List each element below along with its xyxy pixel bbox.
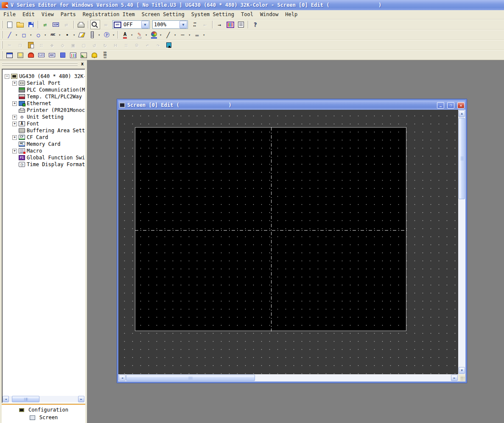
scroll-left-icon[interactable]: ◄ bbox=[119, 375, 126, 381]
menu-item[interactable]: File bbox=[0, 10, 19, 19]
dropdown-arrow-icon[interactable]: ▾ bbox=[30, 33, 32, 37]
zoom-combo-dropdown[interactable]: ▼ bbox=[179, 21, 187, 28]
horizontal-scrollbar[interactable]: ◄ ► bbox=[118, 374, 458, 381]
palette-button[interactable]: ▾ bbox=[149, 30, 162, 39]
paste-button[interactable]: ▾ bbox=[26, 40, 36, 50]
tree-expander-icon[interactable]: + bbox=[12, 115, 17, 120]
tree-node-ug430[interactable]: − UG430 (640 * 480) 32K- bbox=[2, 73, 85, 80]
text-color-button[interactable]: A ▾ bbox=[120, 30, 134, 39]
switch-part-button[interactable]: ▾ bbox=[5, 50, 14, 60]
zoom-level-combo[interactable]: 100% ▼ bbox=[152, 20, 188, 29]
tree-horizontal-scrollbar[interactable]: ◄ ► bbox=[3, 396, 84, 402]
copy-button[interactable]: ❐ ▾ bbox=[15, 40, 25, 50]
tree-expander-icon[interactable]: + bbox=[12, 81, 17, 86]
tree-expander-icon[interactable]: + bbox=[12, 101, 17, 106]
cut-button[interactable]: ✂ ▾ bbox=[5, 40, 14, 50]
bring-to-front-button[interactable]: ▣ ▾ bbox=[68, 40, 78, 50]
tree-node-memory-card[interactable]: Memory Card bbox=[2, 141, 85, 147]
graph-part-button[interactable]: ▾ bbox=[68, 50, 78, 60]
scroll-down-icon[interactable]: ▼ bbox=[459, 367, 465, 374]
app-titlebar[interactable]: V Series Editor for Windows Version 5.40… bbox=[0, 0, 504, 10]
dropdown-arrow-icon[interactable]: ▾ bbox=[131, 33, 133, 37]
screen-list-button[interactable]: ▾ bbox=[225, 20, 235, 29]
tree-node-cf-card[interactable]: + CF Card bbox=[2, 134, 85, 141]
menu-item[interactable]: Window bbox=[257, 10, 282, 19]
grid-combo-dropdown[interactable]: ▼ bbox=[141, 21, 149, 28]
group-button[interactable]: ❖ ▾ bbox=[47, 40, 57, 50]
menu-item[interactable]: Registration Item bbox=[79, 10, 138, 19]
screen-window-titlebar[interactable]: Screen [0] Edit ( ) — ❐ ✕ bbox=[118, 100, 465, 110]
redo-button[interactable]: ↷ ▾ bbox=[153, 40, 163, 50]
calendar-part-button[interactable]: DD MM YY ▾ bbox=[100, 50, 110, 60]
vertical-scrollbar[interactable]: ▲ ▼ bbox=[458, 110, 465, 374]
zoom-tool-button[interactable]: ▾ bbox=[90, 20, 100, 29]
tree-expander-icon[interactable]: + bbox=[12, 149, 17, 153]
tree-node-buffering-area[interactable]: Buffering Area Sett bbox=[2, 127, 85, 134]
dropdown-arrow-icon[interactable]: ▾ bbox=[112, 33, 115, 37]
box-tool-button[interactable]: □ ▾ bbox=[19, 30, 33, 39]
forward-screen-button[interactable]: → ▾ bbox=[215, 20, 224, 29]
edit-workspace[interactable] bbox=[118, 110, 458, 374]
toolbar-grip[interactable] bbox=[2, 21, 3, 28]
tree-node-printer[interactable]: Printer (PR201Monoch bbox=[2, 107, 85, 114]
dropdown-arrow-icon[interactable]: ▾ bbox=[73, 33, 75, 37]
ungroup-button[interactable]: ◇ ▾ bbox=[58, 40, 67, 50]
circle-tool-button[interactable]: ○ ▾ bbox=[34, 30, 47, 39]
menu-item[interactable]: System Setting bbox=[188, 10, 238, 19]
dot-tool-button[interactable]: • ▾ bbox=[62, 30, 76, 39]
scroll-right-icon[interactable]: ► bbox=[451, 375, 458, 381]
panel-grip[interactable] bbox=[2, 63, 78, 66]
search-button[interactable]: ∞ ▾ bbox=[101, 20, 111, 29]
tree-node-time-display-format[interactable]: Time Display Format bbox=[2, 161, 85, 168]
pattern-p-tool-button[interactable]: Ⓟ ▾ bbox=[102, 30, 115, 39]
select-mode-button[interactable]: ▾ bbox=[164, 40, 174, 50]
arrange-button[interactable]: ∷ ▾ bbox=[121, 40, 131, 50]
dropdown-arrow-icon[interactable]: ▾ bbox=[98, 33, 100, 37]
dropdown-arrow-icon[interactable]: ▾ bbox=[44, 33, 46, 37]
dropdown-arrow-icon[interactable]: ▾ bbox=[145, 33, 147, 37]
line-type-button[interactable]: ╱ ▾ bbox=[163, 30, 177, 39]
paint-tool-button[interactable]: ▾ bbox=[77, 30, 87, 39]
project-panel-header[interactable]: x bbox=[1, 61, 86, 68]
scale-tool-button[interactable]: ▾ bbox=[87, 30, 101, 39]
download-transfer-button[interactable]: ⇄ ▾ bbox=[40, 20, 50, 29]
statistic-graph-part-button[interactable]: ▾ bbox=[79, 50, 89, 60]
vertical-scrollbar-thumb[interactable] bbox=[459, 118, 465, 199]
item-list-button[interactable]: ▾ bbox=[236, 20, 246, 29]
tree-node-temp-ctrl-plc2way[interactable]: Temp. CTRL/PLC2Way bbox=[2, 93, 85, 100]
dropdown-arrow-icon[interactable]: ▾ bbox=[59, 33, 61, 37]
scroll-right-icon[interactable]: ► bbox=[78, 396, 84, 402]
line-tool-button[interactable]: ╱ ▾ bbox=[5, 30, 18, 39]
resize-grip[interactable] bbox=[458, 374, 465, 381]
dropdown-arrow-icon[interactable]: ▾ bbox=[188, 33, 190, 37]
back-screen-button[interactable]: ← ▾ bbox=[200, 20, 210, 29]
line-width-button[interactable]: ─ ▾ bbox=[178, 30, 191, 39]
tree-node-macro[interactable]: + Macro bbox=[2, 147, 85, 154]
menu-item[interactable]: View bbox=[38, 10, 57, 19]
tab-screen[interactable]: Screen bbox=[2, 414, 85, 421]
multi-copy-button[interactable]: ∷ ▾ bbox=[36, 40, 46, 50]
upload-transfer-button[interactable]: ⇄ ▾ bbox=[62, 20, 71, 29]
rotate-left-button[interactable]: ↺ ▾ bbox=[90, 40, 99, 50]
menu-item[interactable]: Tool bbox=[238, 10, 257, 19]
dropdown-arrow-icon[interactable]: ▾ bbox=[174, 33, 176, 37]
tree-node-ethernet[interactable]: + Ethernet bbox=[2, 100, 85, 107]
horizontal-scrollbar-thumb[interactable] bbox=[126, 375, 255, 381]
align-button[interactable]: ∺ ▾ bbox=[111, 40, 120, 50]
maximize-button[interactable]: ❐ bbox=[447, 102, 454, 109]
rotate-right-button[interactable]: ↻ ▾ bbox=[100, 40, 110, 50]
send-to-back-button[interactable]: ▢ ▾ bbox=[79, 40, 89, 50]
pen-color-button[interactable]: ✎ ▾ bbox=[134, 30, 148, 39]
minimize-button[interactable]: — bbox=[437, 102, 444, 109]
buzzer-part-button[interactable]: ▾ bbox=[90, 50, 99, 60]
fill-pattern-button[interactable]: ▬ ▾ bbox=[192, 30, 206, 39]
save-button[interactable]: ▾ bbox=[26, 20, 36, 29]
tree-expander-icon[interactable]: − bbox=[5, 74, 9, 79]
dropdown-arrow-icon[interactable]: ▾ bbox=[160, 33, 162, 37]
simulator-button[interactable]: SIM ▾ bbox=[51, 20, 61, 29]
tree-scrollbar-thumb[interactable] bbox=[12, 396, 39, 402]
tree-node-plc-communication[interactable]: PLC Communication(M bbox=[2, 86, 85, 93]
dropdown-arrow-icon[interactable]: ▾ bbox=[15, 33, 17, 37]
screen-canvas[interactable] bbox=[135, 127, 406, 331]
char-display-part-button[interactable]: ABC ▾ bbox=[47, 50, 57, 60]
